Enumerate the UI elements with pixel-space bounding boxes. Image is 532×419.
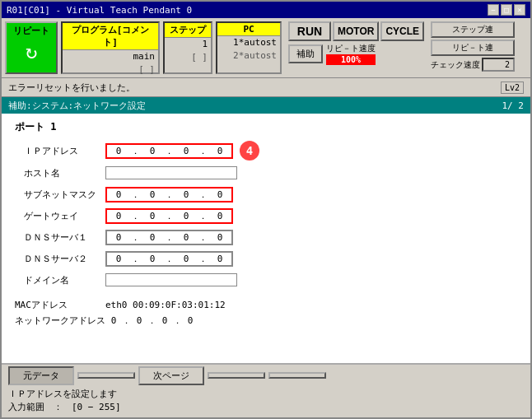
dns1-input[interactable]: ． ． ．: [105, 230, 233, 245]
check-speed-value: 2: [482, 58, 515, 72]
form-row-subnet: サブネットマスク ． ． ．: [15, 185, 517, 203]
level-badge: Lv2: [501, 81, 524, 94]
run-button[interactable]: RUN: [288, 21, 331, 41]
program-value: main: [63, 50, 158, 63]
subnet-mask-input[interactable]: ． ． ．: [105, 187, 233, 203]
program-field: プログラム[コメント] main [ ]: [61, 21, 160, 74]
gateway-octet-3[interactable]: [175, 210, 198, 222]
subnet-octet-2[interactable]: [141, 189, 164, 201]
dns2-octet-4[interactable]: [208, 253, 231, 265]
domain-input[interactable]: [105, 273, 237, 286]
pc-field: PC 1*autost 2*autost: [216, 21, 282, 74]
minimize-button[interactable]: −: [488, 4, 499, 16]
subnet-octet-4[interactable]: [208, 189, 231, 201]
ripito-renzoku-button[interactable]: リピ－ト連: [431, 40, 515, 56]
status-bar: ＩＰアドレスを設定します 入力範囲 ： [0 − 255]: [2, 386, 530, 417]
gateway-octet-1[interactable]: [107, 210, 130, 222]
ip-address-input[interactable]: ． ． ．: [105, 143, 233, 159]
dns1-octet-2[interactable]: [141, 231, 164, 244]
dns2-label: ＤＮＳサーバ２: [15, 253, 105, 265]
hostname-input[interactable]: [105, 166, 237, 179]
net-octet-2: 0: [131, 315, 147, 326]
step-field: ステップ 1 [ ]: [163, 21, 212, 74]
form-row-dns1: ＤＮＳサーバ１ ． ． ．: [15, 228, 517, 246]
step-renzoku-button[interactable]: ステップ連: [431, 21, 515, 38]
circle-4-indicator: 4: [240, 141, 259, 161]
domain-label: ドメイン名: [15, 274, 105, 286]
bottom-toolbar: 元データ 次ページ: [2, 363, 530, 386]
program-value2: [ ]: [63, 63, 158, 75]
mac-label: MACアドレス: [15, 299, 105, 311]
dns1-octet-4[interactable]: [208, 231, 231, 244]
gateway-octet-2[interactable]: [141, 210, 164, 222]
close-button[interactable]: ×: [514, 4, 525, 16]
bottom-btn-2[interactable]: [77, 372, 135, 379]
ip-octet-3[interactable]: [175, 145, 198, 157]
ip-octet-2[interactable]: [141, 145, 164, 157]
error-bar: エラーリセットを行いました。 Lv2: [2, 77, 530, 97]
subnet-label: サブネットマスク: [15, 189, 105, 201]
ip-octet-1[interactable]: [107, 145, 130, 157]
step-value2: [ ]: [165, 51, 211, 63]
section-header: 補助:システム:ネットワーク設定 1/ 2: [2, 97, 530, 114]
window-title: R01[C01] - Virtual Teach Pendant 0: [7, 5, 192, 16]
main-window: R01[C01] - Virtual Teach Pendant 0 − □ ×…: [0, 0, 532, 419]
cycle-button[interactable]: CYCLE: [380, 21, 424, 41]
dns2-input[interactable]: ． ． ．: [105, 251, 233, 267]
dns2-octet-2[interactable]: [141, 253, 164, 265]
pc-label: PC: [217, 23, 280, 36]
pc-value2: 2*autost: [217, 49, 280, 62]
main-content: ポート 1 ＩＰアドレス ． ． ． 4 ホスト名 サブネットマスク: [2, 114, 530, 363]
speed-panel: リピ－ト速度 100%: [326, 43, 376, 65]
check-speed-panel: チェック速度 2: [431, 58, 515, 72]
net-octet-4: 0: [182, 315, 198, 326]
title-bar-buttons: − □ ×: [488, 4, 525, 16]
bottom-btn-4[interactable]: [208, 372, 265, 379]
network-address-value: 0 ． 0 ． 0 ． 0: [105, 314, 198, 327]
dns1-label: ＤＮＳサーバ１: [15, 231, 105, 244]
speed-label: リピ－ト速度: [326, 43, 376, 54]
dns2-octet-1[interactable]: [107, 253, 130, 265]
ip-dot-2: ．: [164, 145, 175, 157]
page-info: 1/ 2: [502, 100, 525, 111]
subnet-octet-3[interactable]: [175, 189, 198, 201]
ip-label: ＩＰアドレス: [15, 145, 105, 157]
ip-dot-3: ．: [198, 145, 208, 157]
pc-value1: 1*autost: [217, 36, 280, 49]
bottom-btn-5[interactable]: [268, 372, 326, 379]
subnet-octet-1[interactable]: [107, 189, 130, 201]
hojo-button[interactable]: 補助: [288, 44, 323, 63]
title-bar: R01[C01] - Virtual Teach Pendant 0 − □ ×: [2, 2, 530, 18]
dns2-octet-3[interactable]: [175, 253, 198, 265]
form-row-ip: ＩＰアドレス ． ． ． 4: [15, 141, 517, 161]
maximize-button[interactable]: □: [501, 4, 512, 16]
mac-row: MACアドレス eth0 00:09:0F:03:01:12: [15, 299, 517, 311]
dns1-octet-3[interactable]: [175, 231, 198, 244]
step-label: ステップ: [165, 23, 211, 38]
form-row-dns2: ＤＮＳサーバ２ ． ． ．: [15, 249, 517, 268]
speed-value: 100%: [326, 54, 376, 65]
motor-button[interactable]: MOTOR: [333, 21, 379, 41]
status-line-2: 入力範囲 ： [0 − 255]: [8, 401, 524, 413]
form-row-hostname: ホスト名: [15, 164, 517, 182]
gateway-input[interactable]: ． ． ．: [105, 208, 233, 224]
error-message: エラーリセットを行いました。: [8, 81, 135, 94]
dns1-octet-1[interactable]: [107, 231, 130, 244]
repeat-button[interactable]: リピート ↻: [5, 21, 58, 74]
step-value: 1: [165, 38, 211, 51]
ip-dot-1: ．: [130, 145, 141, 157]
network-address-row: ネットワークアドレス 0 ． 0 ． 0 ． 0: [15, 314, 517, 327]
status-line-1: ＩＰアドレスを設定します: [8, 388, 524, 400]
ip-octet-4[interactable]: [208, 145, 231, 157]
gateway-octet-4[interactable]: [208, 210, 231, 222]
form-row-gateway: ゲートウェイ ． ． ．: [15, 207, 517, 225]
form-row-domain: ドメイン名: [15, 271, 517, 289]
nextpage-button[interactable]: 次ページ: [138, 366, 204, 385]
toolbar: リピート ↻ プログラム[コメント] main [ ] ステップ 1 [ ] P…: [2, 18, 530, 77]
check-speed-label: チェック速度: [431, 59, 480, 71]
program-label: プログラム[コメント]: [63, 23, 158, 50]
repeat-icon: ↻: [26, 40, 37, 63]
motodata-button[interactable]: 元データ: [8, 366, 74, 385]
network-address-label: ネットワークアドレス: [15, 314, 105, 327]
mac-value: eth0 00:09:0F:03:01:12: [105, 300, 226, 310]
